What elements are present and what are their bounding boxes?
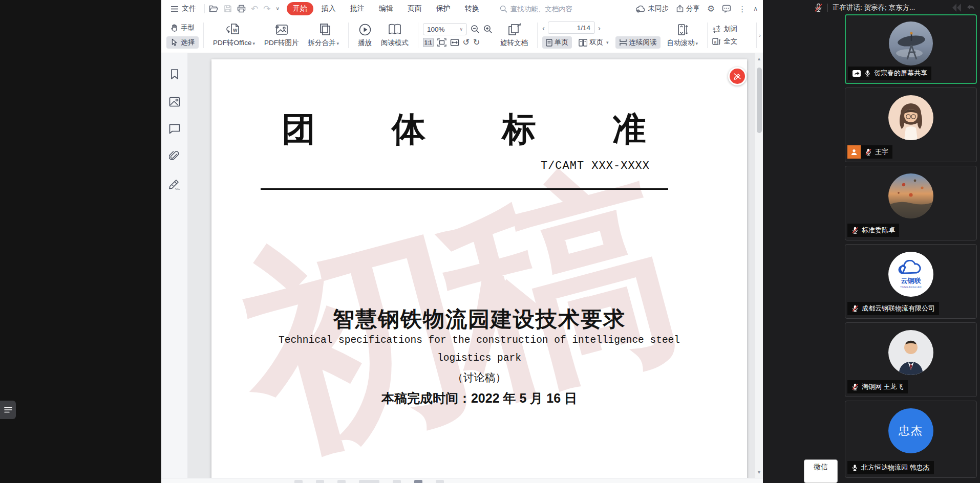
- actual-size-button[interactable]: 1:1: [423, 38, 433, 47]
- word-translate-button[interactable]: a文 划词: [712, 25, 745, 34]
- rotate-ccw-icon[interactable]: ↺: [463, 38, 470, 47]
- sidebar-toggle-button[interactable]: [0, 401, 16, 419]
- redo-icon[interactable]: ↷: [263, 5, 270, 13]
- scroll-down-arrow[interactable]: ▼: [757, 470, 761, 475]
- collapse-ribbon-icon[interactable]: ∧: [753, 6, 758, 12]
- mic-on-icon: [851, 464, 858, 472]
- double-page-button[interactable]: 双页 ▾: [575, 36, 612, 49]
- edit-mode-floating-button[interactable]: [728, 67, 747, 85]
- word-translate-label: 划词: [723, 25, 737, 34]
- undo-icon[interactable]: ↶: [251, 5, 258, 13]
- more-commands-chevron-icon[interactable]: ∨: [276, 6, 280, 11]
- word-translate-icon: a文: [712, 25, 721, 33]
- mic-muted-icon: [865, 148, 872, 156]
- image-panel-icon[interactable]: [169, 97, 180, 107]
- participant-tile[interactable]: 云钢联 YUNGANGLIAN 成都云钢联物流有限公司: [845, 244, 977, 319]
- zoom-level-value: 100%: [427, 26, 445, 33]
- document-title-en-line2: logistics park: [211, 353, 747, 364]
- bookmark-icon[interactable]: [169, 69, 180, 80]
- zoom-out-icon[interactable]: [471, 25, 480, 34]
- divider: [348, 23, 349, 48]
- split-merge-button[interactable]: 拆分合并▾: [304, 22, 344, 49]
- auto-scroll-button[interactable]: 自动滚动▾: [663, 22, 703, 49]
- file-menu[interactable]: 文件: [166, 4, 200, 13]
- history-back-arrows-icon[interactable]: [951, 3, 963, 13]
- divider: [204, 4, 205, 13]
- category-char: 准: [612, 106, 646, 152]
- pdf-to-office-button[interactable]: W PDF转Office▾: [208, 22, 260, 49]
- print-icon[interactable]: [237, 5, 246, 13]
- svg-text:a: a: [713, 26, 715, 31]
- share-label: 分享: [686, 4, 700, 13]
- chat-feedback-icon[interactable]: [722, 5, 731, 13]
- zoom-level-select[interactable]: 100% ∨: [423, 23, 467, 35]
- document-title-en-line1: Technical specifications for the constru…: [211, 335, 747, 346]
- avatar-satellite-dish: [889, 21, 933, 65]
- participant-tile[interactable]: 王宇: [845, 87, 977, 162]
- file-menu-label: 文件: [182, 4, 196, 13]
- category-char: 标: [502, 106, 536, 152]
- category-char: 团: [282, 106, 315, 152]
- next-page-button[interactable]: ›: [598, 24, 601, 32]
- zoom-in-icon[interactable]: [483, 25, 493, 34]
- avatar-woman-illustration: [888, 95, 933, 140]
- search-box[interactable]: [500, 5, 605, 13]
- continuous-read-button[interactable]: 连续阅读: [615, 36, 661, 49]
- rotate-document-button[interactable]: 旋转文档: [496, 22, 532, 49]
- hand-tool-button[interactable]: 手型: [166, 22, 199, 34]
- tab-page[interactable]: 页面: [401, 2, 428, 15]
- fit-width-icon[interactable]: [450, 38, 459, 47]
- select-tool-button[interactable]: 选择: [166, 36, 199, 49]
- scrollbar-thumb[interactable]: [757, 68, 762, 133]
- signature-icon[interactable]: [168, 179, 181, 190]
- rotate-cw-icon[interactable]: ↻: [473, 38, 480, 47]
- participant-tile[interactable]: 淘钢网 王龙飞: [845, 322, 977, 397]
- play-label: 播放: [358, 38, 372, 48]
- pen-slash-icon: [733, 72, 742, 81]
- single-page-button[interactable]: 单页: [542, 36, 572, 49]
- open-file-icon[interactable]: [209, 5, 219, 13]
- divider: [707, 23, 708, 48]
- full-translate-button[interactable]: a 全文: [712, 37, 745, 46]
- attachment-icon[interactable]: [169, 151, 180, 162]
- page-indicator[interactable]: 1/14: [548, 21, 595, 34]
- read-mode-button[interactable]: 阅读模式: [376, 22, 413, 49]
- participant-tile[interactable]: 忠杰 北方恒达物流园 韩忠杰: [845, 401, 977, 478]
- scroll-up-arrow[interactable]: ▲: [757, 56, 761, 61]
- tab-convert[interactable]: 转换: [459, 2, 485, 15]
- tab-edit[interactable]: 编辑: [373, 2, 399, 15]
- ribbon-overflow-expander[interactable]: ›: [756, 23, 763, 48]
- tab-home[interactable]: 开始: [287, 2, 313, 15]
- participant-name: 北方恒达物流园 韩忠杰: [861, 463, 930, 472]
- document-viewport[interactable]: 初稿 团 体 标 准 T/CAMT XXX-XXXX 智慧钢铁物流园建设技术要求…: [188, 53, 763, 478]
- participant-name: 标准委陈卓: [862, 226, 895, 235]
- participant-tile[interactable]: 标准委陈卓: [845, 166, 977, 240]
- kebab-menu-icon[interactable]: ⋮: [738, 5, 746, 13]
- document-scrollbar[interactable]: ▲ ▼: [755, 53, 763, 478]
- rotate-document-label: 旋转文档: [500, 38, 528, 48]
- mic-muted-icon[interactable]: [814, 3, 823, 12]
- play-button[interactable]: 播放: [353, 22, 376, 49]
- title-rule: [261, 188, 668, 190]
- standard-code: T/CAMT XXX-XXXX: [541, 160, 650, 172]
- comment-panel-icon[interactable]: [169, 124, 180, 134]
- tab-protect[interactable]: 保护: [430, 2, 457, 15]
- logo-text-en: YUNGANGLIAN: [900, 286, 922, 289]
- cursor-icon: [171, 38, 178, 46]
- dropdown-caret-icon: ▾: [696, 41, 698, 46]
- tab-comment[interactable]: 批注: [344, 2, 371, 15]
- reply-arrow-icon[interactable]: [966, 3, 976, 13]
- share-button[interactable]: 分享: [676, 4, 700, 13]
- pdf-to-image-button[interactable]: PDF转图片: [260, 22, 304, 49]
- sync-status[interactable]: 未同步: [635, 4, 669, 13]
- fit-page-icon[interactable]: [437, 38, 446, 47]
- document-title-cn: 智慧钢铁物流园建设技术要求: [211, 305, 747, 334]
- save-icon[interactable]: [224, 5, 232, 13]
- previous-page-button[interactable]: ‹: [542, 24, 545, 32]
- mic-muted-icon: [851, 304, 859, 313]
- status-bar-partial: [161, 478, 763, 483]
- participant-tile-screen-share[interactable]: 贺宗春的屏幕共享: [845, 14, 977, 84]
- search-input[interactable]: [510, 5, 598, 13]
- tab-insert[interactable]: 插入: [315, 2, 342, 15]
- settings-gear-icon[interactable]: ⚙: [707, 5, 715, 13]
